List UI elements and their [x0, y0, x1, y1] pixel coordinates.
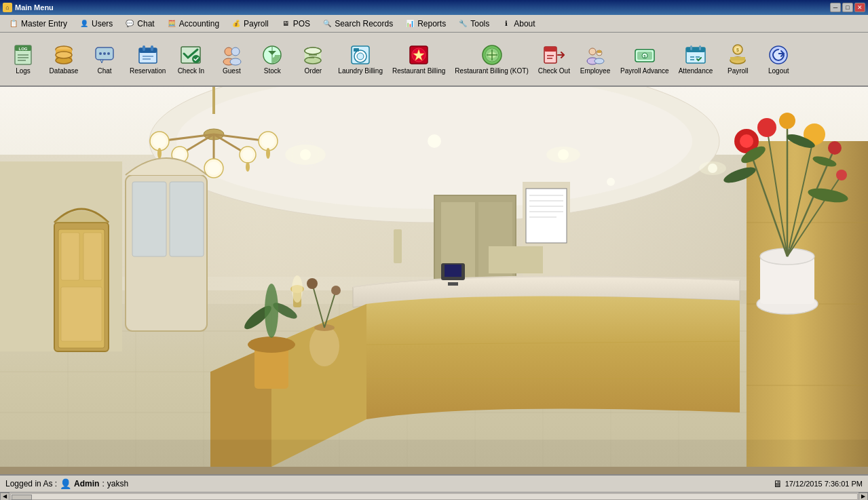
restaurant-billing-kot-button[interactable]: Restaurant Billing (KOT)	[450, 35, 533, 83]
svg-point-9	[56, 52, 72, 58]
guest-button[interactable]: Guest	[211, 35, 252, 83]
chat-menu-icon: 💬	[125, 19, 134, 28]
logged-in-username: Admin	[74, 479, 99, 488]
scroll-thumb[interactable]	[12, 495, 32, 500]
svg-point-11	[99, 52, 102, 55]
logs-label: Logs	[16, 67, 31, 75]
yaksh-username: yaksh	[107, 479, 128, 488]
svg-rect-132	[526, 189, 567, 243]
status-left: Logged in As : 👤 Admin : yaksh	[5, 478, 128, 489]
laundry-billing-button[interactable]: Laundry Billing	[333, 35, 388, 83]
stock-label: Stock	[264, 67, 281, 75]
separator: :	[102, 479, 104, 488]
restaurant-billing-kot-icon	[481, 44, 503, 66]
payroll-icon: $	[727, 44, 749, 66]
close-button[interactable]: ✕	[854, 3, 865, 12]
svg-rect-58	[690, 45, 692, 50]
attendance-icon	[685, 44, 706, 66]
employee-button[interactable]: Employee	[575, 35, 616, 83]
svg-point-13	[107, 52, 110, 55]
menu-reports[interactable]: 📊 Reports	[399, 17, 452, 31]
user-small-icon: 👤	[60, 478, 71, 489]
svg-rect-51	[597, 50, 601, 53]
svg-rect-36	[354, 48, 359, 52]
svg-rect-16	[139, 48, 157, 53]
logout-button[interactable]: Logout	[758, 35, 799, 83]
toolbar: LOG Logs Database	[0, 33, 868, 87]
title-bar-app-icon: ⌂	[3, 3, 12, 12]
check-in-button[interactable]: Check In	[170, 35, 211, 83]
tools-menu-icon: 🔧	[458, 19, 468, 28]
menu-chat[interactable]: 💬 Chat	[119, 17, 160, 31]
menu-tools[interactable]: 🔧 Tools	[452, 17, 495, 31]
guest-label: Guest	[223, 67, 241, 75]
menu-about[interactable]: ℹ About	[495, 17, 541, 31]
menu-master-entry[interactable]: 📋 Master Entry	[3, 17, 73, 31]
attendance-button[interactable]: Attendance	[674, 35, 718, 83]
scroll-left-button[interactable]: ◀	[0, 493, 10, 501]
window-title: Main Menu	[15, 3, 54, 12]
svg-point-115	[157, 148, 162, 159]
payroll-advance-button[interactable]: $ Payroll Advance	[616, 35, 674, 83]
menu-about-label: About	[514, 19, 535, 28]
check-out-button[interactable]: Check Out	[533, 35, 575, 83]
svg-rect-169	[445, 265, 461, 277]
menu-accounting[interactable]: 🧮 Accounting	[161, 17, 225, 31]
restaurant-billing-button[interactable]: Restaurant Billing	[388, 35, 450, 83]
menu-pos[interactable]: 🖥 POS	[275, 17, 316, 31]
check-in-icon	[180, 44, 202, 66]
stock-icon	[261, 44, 283, 66]
stock-button[interactable]: Stock	[252, 35, 293, 83]
database-button[interactable]: Database	[43, 35, 84, 83]
svg-rect-123	[83, 233, 102, 280]
menu-users-label: Users	[92, 19, 113, 28]
logs-button[interactable]: LOG Logs	[3, 35, 43, 83]
chat-button[interactable]: Chat	[84, 35, 125, 83]
menu-search-records[interactable]: 🔍 Search Records	[316, 17, 399, 31]
title-bar-left: ⌂ Main Menu	[3, 3, 54, 12]
minimize-button[interactable]: ─	[830, 3, 841, 12]
chat-icon	[94, 44, 115, 66]
hotel-lobby-image	[0, 87, 868, 474]
svg-point-108	[261, 134, 275, 148]
menu-chat-label: Chat	[137, 19, 154, 28]
svg-point-180	[307, 278, 318, 289]
svg-point-175	[265, 284, 278, 338]
svg-marker-14	[100, 60, 103, 63]
order-button[interactable]: Order	[293, 35, 333, 83]
check-out-icon	[543, 44, 565, 66]
restaurant-billing-icon	[408, 44, 430, 66]
svg-rect-127	[170, 182, 204, 256]
scroll-right-button[interactable]: ▶	[858, 493, 868, 501]
svg-point-160	[836, 170, 847, 180]
menu-tools-label: Tools	[470, 19, 489, 28]
svg-point-176	[309, 326, 339, 366]
menu-users[interactable]: 👤 Users	[73, 17, 119, 31]
horizontal-scrollbar[interactable]: ◀ ▶	[0, 492, 868, 500]
guest-icon	[221, 44, 242, 66]
scroll-track[interactable]	[10, 493, 858, 500]
users-icon: 👤	[79, 19, 89, 28]
menu-payroll-label: Payroll	[244, 19, 269, 28]
reports-menu-icon: 📊	[405, 19, 415, 28]
svg-text:LOG: LOG	[19, 47, 28, 51]
payroll-button[interactable]: $ Payroll	[717, 35, 758, 83]
restore-button[interactable]: □	[842, 3, 853, 12]
svg-point-172	[248, 336, 295, 353]
menu-search-records-label: Search Records	[335, 19, 393, 28]
svg-point-183	[546, 147, 580, 163]
title-bar-buttons: ─ □ ✕	[830, 3, 865, 12]
restaurant-billing-kot-label: Restaurant Billing (KOT)	[455, 67, 528, 75]
menu-payroll[interactable]: 💰 Payroll	[225, 17, 275, 31]
order-icon	[302, 44, 324, 66]
svg-point-106	[153, 134, 166, 148]
employee-icon	[584, 44, 606, 66]
svg-rect-188	[0, 440, 868, 467]
svg-point-118	[246, 162, 250, 172]
about-menu-icon: ℹ	[502, 19, 511, 28]
logged-in-label: Logged in As :	[5, 479, 57, 488]
svg-rect-44	[544, 47, 556, 52]
reservation-button[interactable]: Reservation	[125, 35, 170, 83]
payroll-advance-icon: $	[634, 44, 656, 66]
status-bar: Logged in As : 👤 Admin : yaksh 🖥 17/12/2…	[0, 474, 868, 492]
